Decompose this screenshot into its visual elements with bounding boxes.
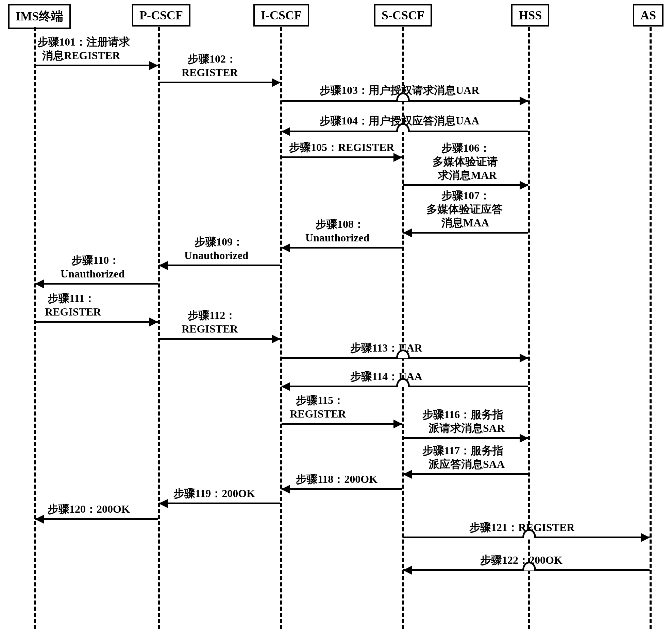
arrow-step-116	[403, 437, 528, 439]
arrow-step-102	[159, 82, 280, 83]
label-step-102-line2: REGISTER	[182, 66, 238, 79]
label-step-115-line2: REGISTER	[290, 407, 346, 420]
label-step-110-line1: 步骤110：	[71, 254, 120, 267]
participant-p-cscf: P-CSCF	[132, 4, 190, 27]
label-step-120: 步骤120：200OK	[48, 503, 130, 515]
arrow-step-111	[35, 321, 158, 323]
sequence-diagram: IMS终端 P-CSCF I-CSCF S-CSCF HSS AS 步骤101：…	[0, 0, 672, 629]
label-step-122: 步骤122：200OK	[480, 554, 562, 566]
label-step-106-line2: 多媒体验证请	[433, 155, 498, 168]
label-step-106-line3: 求消息MAR	[438, 169, 497, 182]
label-step-116-line1: 步骤116：服务指	[422, 408, 503, 421]
arrow-step-107	[403, 232, 528, 234]
label-step-114: 步骤114：UAA	[350, 370, 422, 383]
arrow-step-101	[35, 65, 158, 66]
label-step-117-line2: 派应答消息SAA	[429, 458, 505, 471]
label-step-101-line1: 步骤101：注册请求	[37, 35, 130, 48]
label-step-113: 步骤113：UAR	[350, 341, 422, 354]
arrow-step-110	[35, 283, 158, 285]
label-step-107-line3: 消息MAA	[441, 216, 489, 229]
label-step-116-line2: 派请求消息SAR	[429, 422, 505, 435]
lifeline-hss	[528, 27, 530, 629]
arrow-step-112	[159, 338, 280, 340]
label-step-115-line1: 步骤115：	[296, 394, 344, 407]
label-step-110-line2: Unauthorized	[61, 267, 124, 280]
participant-as: AS	[633, 4, 663, 27]
label-step-117-line1: 步骤117：服务指	[422, 444, 503, 457]
lifeline-pcscf	[158, 27, 160, 629]
label-step-109-line1: 步骤109：	[195, 235, 243, 248]
label-step-121: 步骤121：REGISTER	[469, 521, 574, 534]
arrow-step-120	[35, 518, 158, 520]
participant-ims-terminal: IMS终端	[8, 4, 71, 29]
label-step-112-line2: REGISTER	[182, 322, 238, 335]
arrow-step-119	[159, 503, 280, 504]
arrow-step-115	[282, 423, 402, 425]
label-step-109-line2: Unauthorized	[184, 249, 248, 262]
label-step-106-line1: 步骤106：	[441, 141, 490, 154]
label-step-119: 步骤119：200OK	[173, 487, 255, 500]
participant-i-cscf: I-CSCF	[253, 4, 309, 27]
lifeline-icscf	[280, 27, 282, 629]
label-step-111-line2: REGISTER	[45, 305, 101, 318]
lifeline-ims	[34, 27, 36, 629]
label-step-107-line1: 步骤107：	[441, 189, 490, 202]
participant-s-cscf: S-CSCF	[374, 4, 432, 27]
label-step-111-line1: 步骤111：	[48, 292, 95, 305]
participant-hss: HSS	[511, 4, 549, 27]
arrow-step-117	[403, 473, 528, 475]
label-step-102-line1: 步骤102：	[188, 52, 237, 65]
arrow-step-105	[282, 156, 402, 158]
arrow-step-106	[403, 184, 528, 186]
label-step-118: 步骤118：200OK	[296, 473, 377, 486]
label-step-105: 步骤105：REGISTER	[289, 141, 394, 154]
label-step-108-line1: 步骤108：	[316, 218, 365, 231]
arrow-step-108	[282, 247, 402, 249]
label-step-107-line2: 多媒体验证应答	[426, 203, 503, 216]
label-step-112-line1: 步骤112：	[188, 309, 236, 322]
arrow-step-109	[159, 265, 280, 266]
label-step-108-line2: Unauthorized	[305, 231, 369, 244]
arrow-step-118	[282, 488, 402, 490]
label-step-101-line2: 消息REGISTER	[42, 49, 120, 62]
